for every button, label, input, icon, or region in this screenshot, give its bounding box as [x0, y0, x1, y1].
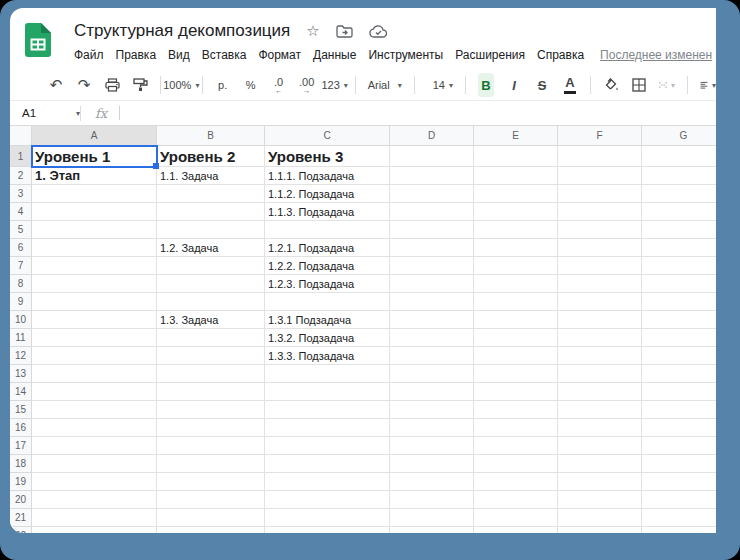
cell-C15[interactable] [265, 401, 390, 419]
cell-C2[interactable]: 1.1.1. Подзадача [265, 167, 390, 185]
cell-B21[interactable] [157, 509, 265, 527]
cell-A14[interactable] [32, 383, 157, 401]
cell-B2[interactable]: 1.1. Задача [157, 167, 265, 185]
menu-tools[interactable]: Инструменты [368, 48, 443, 62]
cell-E3[interactable] [474, 185, 558, 203]
cell-D20[interactable] [390, 491, 474, 509]
cell-B22[interactable] [157, 527, 265, 533]
column-header-D[interactable]: D [390, 126, 474, 146]
cell-A4[interactable] [32, 203, 157, 221]
cell-E22[interactable] [474, 527, 558, 533]
row-header-15[interactable]: 15 [10, 401, 32, 419]
menu-edit[interactable]: Правка [116, 48, 157, 62]
cell-B11[interactable] [157, 329, 265, 347]
cell-C13[interactable] [265, 365, 390, 383]
italic-button[interactable]: I [506, 74, 522, 96]
cell-B14[interactable] [157, 383, 265, 401]
cell-G19[interactable] [642, 473, 716, 491]
cell-C9[interactable] [265, 293, 390, 311]
cell-B8[interactable] [157, 275, 265, 293]
cell-G21[interactable] [642, 509, 716, 527]
cell-D13[interactable] [390, 365, 474, 383]
cell-A3[interactable] [32, 185, 157, 203]
cell-A10[interactable] [32, 311, 157, 329]
cell-D22[interactable] [390, 527, 474, 533]
font-select[interactable]: Arial▾ [368, 74, 402, 96]
paint-format-button[interactable] [132, 74, 148, 96]
cell-C4[interactable]: 1.1.3. Подзадача [265, 203, 390, 221]
cell-E14[interactable] [474, 383, 558, 401]
cell-B1[interactable]: Уровень 2 [157, 146, 265, 167]
cell-G18[interactable] [642, 455, 716, 473]
cell-E16[interactable] [474, 419, 558, 437]
cell-C12[interactable]: 1.3.3. Подзадача [265, 347, 390, 365]
row-header-22[interactable]: 22 [10, 527, 32, 533]
row-header-20[interactable]: 20 [10, 491, 32, 509]
cell-E13[interactable] [474, 365, 558, 383]
cell-D14[interactable] [390, 383, 474, 401]
menu-extensions[interactable]: Расширения [455, 48, 525, 62]
name-box[interactable]: A1▾ [10, 107, 80, 119]
row-header-16[interactable]: 16 [10, 419, 32, 437]
column-header-C[interactable]: C [265, 126, 390, 146]
increase-decimal-button[interactable]: .00→ [299, 74, 315, 96]
cell-C18[interactable] [265, 455, 390, 473]
cell-F22[interactable] [558, 527, 642, 533]
cell-F18[interactable] [558, 455, 642, 473]
cell-G3[interactable] [642, 185, 716, 203]
cell-B17[interactable] [157, 437, 265, 455]
cell-B16[interactable] [157, 419, 265, 437]
row-header-18[interactable]: 18 [10, 455, 32, 473]
select-all-corner[interactable] [10, 126, 32, 146]
cell-F7[interactable] [558, 257, 642, 275]
cell-C20[interactable] [265, 491, 390, 509]
cell-B7[interactable] [157, 257, 265, 275]
text-color-button[interactable]: A [562, 74, 578, 96]
cell-E5[interactable] [474, 221, 558, 239]
cell-F3[interactable] [558, 185, 642, 203]
cell-F14[interactable] [558, 383, 642, 401]
column-header-E[interactable]: E [474, 126, 558, 146]
cell-F19[interactable] [558, 473, 642, 491]
last-edit-link[interactable]: Последнее изменен [600, 48, 712, 62]
cell-D4[interactable] [390, 203, 474, 221]
cell-A5[interactable] [32, 221, 157, 239]
row-header-4[interactable]: 4 [10, 203, 32, 221]
cell-C19[interactable] [265, 473, 390, 491]
cell-D10[interactable] [390, 311, 474, 329]
menu-file[interactable]: Файл [74, 48, 104, 62]
bold-button[interactable]: B [478, 73, 494, 97]
column-header-B[interactable]: B [157, 126, 265, 146]
zoom-select[interactable]: 100%▾ [173, 74, 190, 96]
cell-G2[interactable] [642, 167, 716, 185]
cell-F4[interactable] [558, 203, 642, 221]
cell-C6[interactable]: 1.2.1. Подзадача [265, 239, 390, 257]
cell-G22[interactable] [642, 527, 716, 533]
cell-F6[interactable] [558, 239, 642, 257]
cell-F9[interactable] [558, 293, 642, 311]
row-header-2[interactable]: 2 [10, 167, 32, 185]
cell-E10[interactable] [474, 311, 558, 329]
cell-D3[interactable] [390, 185, 474, 203]
cell-E8[interactable] [474, 275, 558, 293]
cell-D18[interactable] [390, 455, 474, 473]
column-header-G[interactable]: G [642, 126, 716, 146]
fill-handle[interactable] [153, 163, 159, 169]
cell-G5[interactable] [642, 221, 716, 239]
cell-A21[interactable] [32, 509, 157, 527]
cell-D5[interactable] [390, 221, 474, 239]
cell-A9[interactable] [32, 293, 157, 311]
cell-F1[interactable] [558, 146, 642, 167]
cell-B19[interactable] [157, 473, 265, 491]
cell-C7[interactable]: 1.2.2. Подзадача [265, 257, 390, 275]
more-formats-button[interactable]: 123▾ [327, 74, 343, 96]
undo-button[interactable]: ↶ [48, 74, 64, 96]
cell-G13[interactable] [642, 365, 716, 383]
cell-F16[interactable] [558, 419, 642, 437]
sheets-logo-icon[interactable] [25, 23, 51, 57]
cell-E6[interactable] [474, 239, 558, 257]
cell-A18[interactable] [32, 455, 157, 473]
row-header-5[interactable]: 5 [10, 221, 32, 239]
row-header-12[interactable]: 12 [10, 347, 32, 365]
cell-F12[interactable] [558, 347, 642, 365]
